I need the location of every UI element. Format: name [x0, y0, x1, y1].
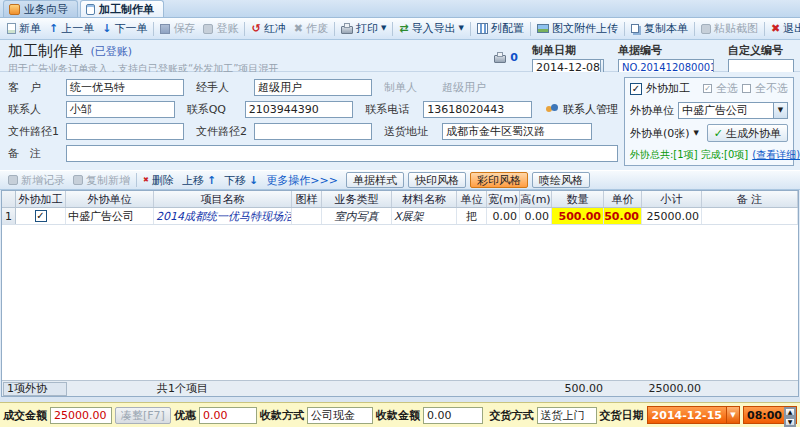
delivery-address-input[interactable]: 成都市金牛区蜀汉路	[442, 123, 592, 140]
style-inkjet-button[interactable]: 喷绘风格	[532, 172, 590, 188]
row-image-cell[interactable]	[292, 208, 322, 224]
handler-label: 经手人	[196, 80, 254, 95]
col-business-type-header[interactable]: 业务类型	[322, 191, 392, 207]
tab-processing-order[interactable]: 加工制作单	[80, 0, 164, 17]
table-row[interactable]: 1 中盛广告公司 2014成都统一优马特现场活动 室内写真 X展架 把 0.00…	[2, 208, 798, 225]
view-detail-link[interactable]: (查看详细)	[752, 148, 800, 162]
col-price-header[interactable]: 单价	[604, 191, 642, 207]
col-project-name-header[interactable]: 项目名称	[154, 191, 292, 207]
row-note-cell[interactable]	[702, 208, 798, 224]
import-export-button[interactable]: 导入导出	[395, 19, 468, 38]
col-image-header[interactable]: 图样	[292, 191, 322, 207]
row-outsource-checkbox[interactable]	[35, 210, 47, 222]
row-material-cell[interactable]: X展架	[392, 208, 457, 224]
generate-outsource-button[interactable]: 生成外协单	[707, 124, 788, 142]
discount-input[interactable]: 0.00	[199, 407, 257, 424]
add-record-button: 新增记录	[4, 172, 69, 189]
ledger-icon	[203, 24, 213, 34]
style-color-print-button[interactable]: 彩印风格	[470, 172, 528, 188]
next-order-button[interactable]: 下一单	[98, 19, 151, 38]
delete-row-button[interactable]: 删除	[139, 172, 178, 189]
red-reverse-button[interactable]: 红冲	[247, 19, 289, 38]
toolbar-separator	[624, 22, 625, 36]
delivery-date-picker[interactable]: 2014-12-15	[647, 406, 740, 424]
outsource-stats: 外协总共:[1项] 完成:[0项]	[630, 148, 748, 162]
row-quantity-cell[interactable]: 500.00	[552, 208, 604, 224]
col-subtotal-header[interactable]: 小计	[642, 191, 702, 207]
import-export-icon	[399, 23, 408, 34]
exit-button[interactable]: 退出	[767, 19, 800, 38]
col-unit-header[interactable]: 单位	[457, 191, 487, 207]
row-width-cell[interactable]: 0.00	[487, 208, 520, 224]
col-note-header[interactable]: 备 注	[702, 191, 798, 207]
style-quick-print-button[interactable]: 快印风格	[408, 172, 466, 188]
tab-business-wizard[interactable]: 业务向导	[3, 0, 78, 17]
void-label: 作废	[306, 21, 328, 36]
posted-status-tag: (已登账)	[91, 45, 133, 58]
more-operations-link[interactable]: 更多操作>>>	[262, 173, 342, 188]
style-doc-button[interactable]: 单据样式	[346, 172, 404, 188]
round-off-label: 凑整[F7]	[121, 408, 165, 423]
outsource-checkbox[interactable]	[630, 83, 642, 95]
row-business-type-cell[interactable]: 室内写真	[322, 208, 392, 224]
row-project-name-cell[interactable]: 2014成都统一优马特现场活动	[154, 208, 292, 224]
copy-add-label: 复制新增	[86, 173, 130, 188]
generate-outsource-label: 生成外协单	[726, 126, 781, 141]
delivery-date-label: 交货日期	[600, 408, 644, 423]
pay-amount-input[interactable]: 0.00	[423, 407, 483, 424]
attachment-upload-button[interactable]: 图文附件上传	[533, 19, 622, 38]
col-outsource-header[interactable]: 外协加工	[16, 191, 66, 207]
row-outsource-unit-cell[interactable]: 中盛广告公司	[66, 208, 154, 224]
file-path2-input[interactable]	[254, 123, 372, 140]
note-input[interactable]	[66, 145, 618, 162]
qq-input[interactable]: 2103944390	[245, 101, 354, 118]
col-material-header[interactable]: 材料名称	[392, 191, 457, 207]
row-height-cell[interactable]: 0.00	[520, 208, 552, 224]
move-down-button[interactable]: 下移	[220, 172, 262, 189]
time-spin-down-button[interactable]	[784, 417, 796, 427]
new-order-button[interactable]: 新单	[3, 19, 45, 38]
col-outsource-unit-header[interactable]: 外协单位	[66, 191, 154, 207]
contact-input[interactable]: 小邹	[66, 101, 175, 118]
grid-header-row: 外协加工 外协单位 项目名称 图样 业务类型 材料名称 单位 宽(m) 高(m)…	[2, 191, 798, 208]
deal-amount-input[interactable]: 25000.00	[50, 407, 112, 424]
delivery-date-dropdown-button[interactable]	[726, 407, 739, 423]
pay-method-input[interactable]: 公司现金	[307, 407, 373, 424]
next-order-label: 下一单	[114, 21, 147, 36]
customer-input[interactable]: 统一优马特	[66, 79, 184, 96]
outsource-sheet-dropdown-icon[interactable]	[694, 130, 699, 137]
copy-order-button[interactable]: 复制本单	[627, 19, 692, 38]
red-reverse-icon	[251, 23, 260, 34]
col-height-header[interactable]: 高(m)	[520, 191, 552, 207]
previous-order-button[interactable]: 上一单	[45, 19, 98, 38]
col-quantity-header[interactable]: 数量	[552, 191, 604, 207]
deal-amount-label: 成交金额	[3, 408, 47, 423]
column-config-button[interactable]: 列配置	[473, 19, 528, 38]
style-inkjet-label: 喷绘风格	[539, 173, 583, 188]
toolbar-separator	[694, 22, 695, 36]
time-spin-up-button[interactable]	[784, 407, 796, 417]
move-up-button[interactable]: 上移	[178, 172, 220, 189]
phone-input[interactable]: 13618020443	[423, 101, 532, 118]
outsource-unit-select[interactable]: 中盛广告公司	[678, 102, 788, 119]
printer-icon	[341, 26, 353, 34]
round-off-button: 凑整[F7]	[115, 407, 171, 424]
contact-manage-button[interactable]: 联系人管理	[546, 102, 618, 117]
outsource-unit-dropdown-button[interactable]	[773, 103, 787, 118]
delivery-time-spinner[interactable]: 08:00	[743, 406, 797, 424]
col-width-header[interactable]: 宽(m)	[487, 191, 520, 207]
business-wizard-icon	[9, 4, 20, 15]
summary-quantity-total: 500.00	[553, 382, 605, 395]
column-config-label: 列配置	[491, 21, 524, 36]
handler-input[interactable]: 超级用户	[254, 79, 372, 96]
columns-icon	[477, 23, 488, 34]
row-price-cell[interactable]: 50.00	[604, 208, 642, 224]
delivery-method-input[interactable]: 送货上门	[537, 407, 597, 424]
save-button: 保存	[156, 19, 199, 38]
file-path1-input[interactable]	[66, 123, 184, 140]
form-row-4: 备 注	[8, 142, 618, 164]
void-button: 作废	[290, 19, 332, 38]
contact-value: 小邹	[70, 102, 92, 117]
row-unit-cell[interactable]: 把	[457, 208, 487, 224]
print-button[interactable]: 打印	[337, 19, 390, 38]
